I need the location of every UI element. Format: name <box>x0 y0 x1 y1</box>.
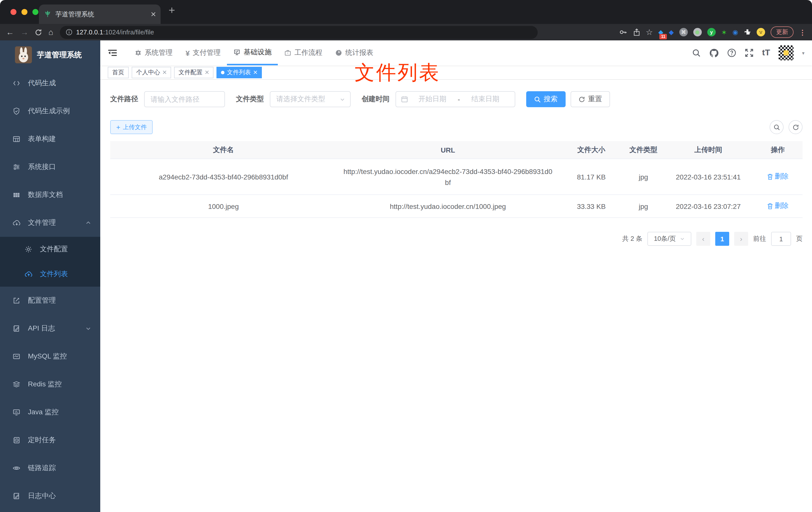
upload-file-button[interactable]: + 上传文件 <box>110 120 153 134</box>
new-tab-button[interactable] <box>169 7 175 13</box>
gear-icon <box>135 49 142 56</box>
tag-file-list[interactable]: 文件列表 <box>216 66 262 78</box>
site-info-icon[interactable] <box>66 29 72 35</box>
password-key-icon[interactable] <box>619 28 627 36</box>
minimize-window-button[interactable] <box>22 9 27 15</box>
sidebar-item-scheduled-tasks[interactable]: 定时任务 <box>0 426 100 454</box>
extension-star-icon[interactable]: ✶ <box>721 28 727 36</box>
share-icon[interactable] <box>633 28 640 36</box>
toggle-search-button[interactable] <box>770 120 784 134</box>
github-icon[interactable] <box>709 48 719 58</box>
reset-button[interactable]: 重置 <box>571 91 610 107</box>
reload-icon[interactable] <box>35 29 42 36</box>
start-date-placeholder[interactable]: 开始日期 <box>408 95 457 104</box>
cell-actions: 删除 <box>753 202 803 211</box>
avatar-caret-icon[interactable]: ▾ <box>802 50 805 56</box>
extensions-puzzle-icon[interactable] <box>744 28 751 36</box>
current-page-button[interactable]: 1 <box>715 232 729 246</box>
header-upload-time: 上传时间 <box>663 145 753 154</box>
end-date-placeholder[interactable]: 结束日期 <box>461 95 510 104</box>
menu-infrastructure[interactable]: 基础设施 <box>227 40 278 65</box>
zoom-window-button[interactable] <box>32 9 38 15</box>
browser-update-button[interactable]: 更新 <box>771 26 793 38</box>
menu-system-management[interactable]: 系统管理 <box>128 40 179 65</box>
prev-page-button[interactable]: ‹ <box>696 232 710 246</box>
extension-eye-icon[interactable]: ◉ <box>732 28 738 36</box>
goto-page-input[interactable] <box>771 232 791 246</box>
file-table: 文件名 URL 文件大小 文件类型 上传时间 操作 a294ecb2-73dd-… <box>110 141 803 218</box>
help-icon[interactable] <box>727 48 736 57</box>
sidebar-item-redis-monitor[interactable]: Redis 监控 <box>0 370 100 398</box>
extension-emoji-icon[interactable] <box>757 28 765 36</box>
next-page-button[interactable]: › <box>734 232 748 246</box>
refresh-icon <box>792 124 799 130</box>
refresh-table-button[interactable] <box>788 120 803 134</box>
delete-button[interactable]: 删除 <box>767 172 788 181</box>
extension-dot-icon[interactable] <box>693 28 702 36</box>
sidebar-item-file-list[interactable]: 文件列表 <box>0 262 100 287</box>
sidebar-item-system-api[interactable]: 系统接口 <box>0 153 100 181</box>
sidebar-item-file-management[interactable]: 文件管理 <box>0 209 100 237</box>
calendar-icon <box>401 96 408 103</box>
sidebar-item-java-monitor[interactable]: Java 监控 <box>0 398 100 426</box>
forward-icon[interactable]: → <box>21 28 28 36</box>
back-icon[interactable]: ← <box>6 28 14 36</box>
table-row[interactable]: 1000.jpeg http://test.yudao.iocoder.cn/1… <box>110 195 803 218</box>
browser-menu-icon[interactable]: ⋮ <box>799 28 806 36</box>
sidebar-item-file-config[interactable]: 文件配置 <box>0 237 100 262</box>
address-bar[interactable]: 127.0.0.1:1024/infra/file/file <box>60 26 538 39</box>
cell-file-name: 1000.jpeg <box>110 202 337 210</box>
menu-workflow[interactable]: 工作流程 <box>278 40 329 65</box>
close-icon[interactable] <box>205 70 209 74</box>
file-path-input[interactable] <box>144 91 225 107</box>
close-icon[interactable] <box>253 70 257 74</box>
sidebar-item-mysql-monitor[interactable]: MySQL 监控 <box>0 342 100 370</box>
search-icon[interactable] <box>692 49 701 57</box>
sidebar-item-config-management[interactable]: 配置管理 <box>0 287 100 314</box>
delete-button[interactable]: 删除 <box>767 202 788 211</box>
gear-icon <box>24 245 33 253</box>
page-unit-label: 页 <box>796 234 803 243</box>
tag-profile[interactable]: 个人中心 <box>132 66 171 78</box>
active-dot <box>221 70 225 74</box>
tag-home[interactable]: 首页 <box>108 66 129 78</box>
sidebar-item-api-log[interactable]: API 日志 <box>0 314 100 342</box>
sidebar-item-tracing[interactable]: 链路追踪 <box>0 454 100 482</box>
briefcase-icon <box>285 49 292 56</box>
extension-badge: 11 <box>660 34 667 39</box>
extension-y-icon[interactable]: y <box>707 28 716 36</box>
browser-tab[interactable]: 芋道管理系统 <box>39 4 161 24</box>
sidebar-item-code-gen[interactable]: 代码生成 <box>0 69 100 97</box>
bookmark-star-icon[interactable]: ☆ <box>646 28 653 36</box>
date-range-picker[interactable]: 开始日期 - 结束日期 <box>396 91 515 107</box>
fullscreen-icon[interactable] <box>745 48 754 57</box>
text-size-icon[interactable]: tT <box>762 48 770 58</box>
tag-file-config[interactable]: 文件配置 <box>174 66 213 78</box>
collapse-sidebar-icon[interactable] <box>108 49 117 57</box>
home-icon[interactable]: ⌂ <box>48 28 53 36</box>
menu-payment-management[interactable]: ¥ 支付管理 <box>179 40 227 65</box>
extension-gem-icon[interactable]: ◆ <box>669 28 674 36</box>
tab-title: 芋道管理系统 <box>55 10 151 19</box>
avatar[interactable] <box>779 46 793 60</box>
edit-icon <box>12 297 21 305</box>
app-logo[interactable]: 芋道管理系统 <box>0 40 100 69</box>
extension-cmd-icon[interactable]: ⌘ <box>679 28 688 36</box>
table-row[interactable]: a294ecb2-73dd-4353-bf40-296b8931d0bf htt… <box>110 159 803 195</box>
sidebar-item-code-demo[interactable]: 代码生成示例 <box>0 97 100 125</box>
yen-icon: ¥ <box>185 49 190 57</box>
sidebar-item-db-doc[interactable]: 数据库文档 <box>0 181 100 209</box>
close-window-button[interactable] <box>10 9 17 15</box>
close-icon[interactable] <box>163 70 167 74</box>
chevron-down-icon <box>85 326 91 332</box>
page-size-select[interactable]: 10条/页 <box>647 232 691 246</box>
sidebar-item-form-builder[interactable]: 表单构建 <box>0 125 100 153</box>
create-time-label: 创建时间 <box>361 95 389 104</box>
trash-icon <box>767 203 773 209</box>
search-button[interactable]: 搜索 <box>526 91 566 107</box>
tab-close-icon[interactable] <box>151 12 155 17</box>
app-frame: 芋道管理系统 代码生成 代码生成示例 表单构建 系统接口 数据库文档 <box>0 40 812 512</box>
extension-tabs-icon[interactable]: ◆ 11 <box>658 28 663 36</box>
file-type-select[interactable]: 请选择文件类型 <box>270 91 351 107</box>
sidebar-item-log-center[interactable]: 日志中心 <box>0 482 100 510</box>
